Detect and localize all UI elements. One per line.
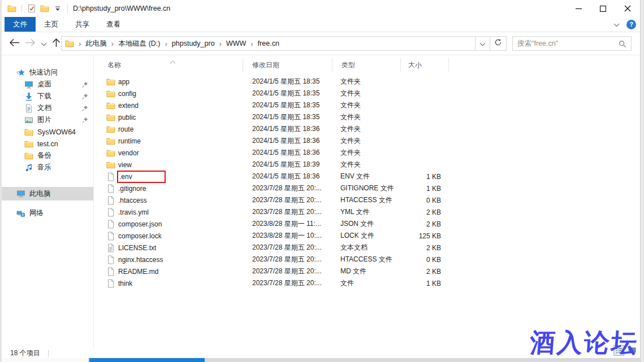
file-row[interactable]: runtime2024/1/5 星期五 18:36文件夹 — [94, 135, 640, 147]
file-type: 文件夹 — [332, 160, 401, 169]
file-row[interactable]: view2024/1/5 星期五 18:39文件夹 — [94, 159, 640, 171]
expand-ribbon-chevron-icon[interactable] — [613, 19, 620, 29]
file-row[interactable]: .env2024/1/5 星期五 18:36ENV 文件1 KB — [94, 171, 640, 182]
file-name-cell: LICENSE.txt — [94, 243, 243, 252]
search-icon[interactable] — [619, 40, 626, 50]
watermark: 酒入论坛 — [529, 326, 639, 360]
tab-view[interactable]: 查看 — [98, 17, 129, 32]
address-bar[interactable]: ›此电脑›本地磁盘 (D:)›phpstudy_pro›WWW›free.cn — [61, 36, 476, 51]
file-name: app — [118, 78, 129, 86]
file-name-cell: README.md — [94, 267, 243, 276]
breadcrumb-chevron-icon[interactable]: › — [107, 40, 118, 48]
file-row[interactable]: route2024/1/5 星期五 18:36文件夹 — [94, 123, 640, 135]
breadcrumb-item-5[interactable]: free.cn — [258, 40, 279, 47]
column-header-type[interactable]: 类型 — [332, 58, 401, 72]
column-headers: 名称修改日期类型大小 — [94, 58, 640, 72]
file-row[interactable]: app2024/1/5 星期五 18:35文件夹 — [94, 76, 640, 88]
maximize-button[interactable] — [591, 0, 615, 17]
file-row[interactable]: nginx.htaccess2023/7/28 星期五 20:...HTACCE… — [94, 254, 640, 265]
sidebar-item-network[interactable]: 网络 — [0, 207, 93, 219]
properties-check-icon[interactable] — [27, 4, 36, 13]
file-date: 2024/1/5 星期五 18:35 — [243, 112, 332, 122]
file-size: 2 KB — [401, 244, 449, 252]
file-row[interactable]: .htaccess2023/7/28 星期五 20:...HTACCESS 文件… — [94, 194, 640, 206]
tab-home[interactable]: 主页 — [36, 17, 67, 32]
recent-locations-chevron-icon[interactable] — [41, 38, 47, 49]
sidebar-item-documents[interactable]: 文档 — [0, 102, 93, 114]
column-header-label: 名称 — [107, 60, 121, 70]
breadcrumb-item-2[interactable]: 本地磁盘 (D:) — [118, 39, 160, 49]
column-header-date[interactable]: 修改日期 — [243, 58, 332, 72]
sidebar-item-downloads[interactable]: 下载 — [0, 90, 93, 102]
close-button[interactable] — [615, 0, 639, 17]
folder-icon — [106, 89, 115, 98]
star-icon — [16, 68, 25, 77]
file-date: 2024/1/5 星期五 18:36 — [243, 136, 332, 146]
file-row[interactable]: composer.lock2023/8/28 星期一 10:...LOCK 文件… — [94, 230, 640, 242]
file-name: .htaccess — [118, 197, 147, 204]
file-size: 1 KB — [401, 173, 449, 181]
file-row[interactable]: composer.json2023/8/28 星期一 11:...JSON 文件… — [94, 218, 640, 230]
sidebar-item-label: 下载 — [37, 91, 51, 101]
breadcrumb-chevron-icon[interactable]: › — [215, 40, 226, 48]
sidebar-item-music[interactable]: 音乐 — [0, 162, 93, 173]
new-folder-icon[interactable] — [40, 4, 49, 13]
back-icon[interactable] — [9, 38, 20, 49]
taskbar-active-segment — [90, 358, 205, 362]
sidebar-item-pictures[interactable]: 图片 — [0, 114, 93, 126]
minimize-button[interactable] — [567, 0, 591, 17]
sidebar-item-quick-access[interactable]: 快速访问 — [0, 67, 93, 78]
sidebar-item-label: 图片 — [37, 115, 51, 125]
sidebar-item-desktop[interactable]: 桌面 — [0, 78, 93, 90]
breadcrumb-chevron-icon[interactable]: › — [161, 40, 172, 48]
tab-file[interactable]: 文件 — [5, 17, 36, 32]
column-header-size[interactable]: 大小 — [401, 58, 449, 72]
tab-share[interactable]: 共享 — [67, 17, 98, 32]
sidebar-item-this-pc[interactable]: 此电脑 — [0, 187, 93, 200]
column-header-name[interactable]: 名称 — [94, 58, 243, 72]
window-folder-icon[interactable] — [7, 4, 16, 13]
file-date: 2023/7/28 星期五 20:... — [243, 243, 332, 252]
status-divider — [48, 350, 49, 357]
search-input[interactable] — [513, 37, 631, 50]
sidebar-item-syswow64[interactable]: SysWOW64 — [0, 126, 93, 138]
file-row[interactable]: .gitignore2023/7/28 星期五 20:...GITIGNORE … — [94, 182, 640, 194]
file-list: app2024/1/5 星期五 18:35文件夹config2024/1/5 星… — [94, 76, 640, 289]
breadcrumb-chevron-icon[interactable]: › — [74, 40, 85, 48]
address-dropdown-button[interactable] — [476, 36, 490, 51]
breadcrumb-item-1[interactable]: 此电脑 — [85, 39, 107, 49]
sidebar-item-backup[interactable]: 备份 — [0, 150, 93, 162]
help-icon[interactable]: ? — [626, 20, 636, 29]
ribbon-tabs: 文件主页共享查看 — [0, 17, 129, 32]
download-icon — [24, 92, 33, 101]
file-size: 1 KB — [401, 185, 449, 193]
breadcrumb-item-3[interactable]: phpstudy_pro — [172, 40, 215, 47]
file-row[interactable]: think2023/7/28 星期五 20:...文件1 KB — [94, 277, 640, 289]
file-name: think — [118, 280, 132, 287]
file-row[interactable]: README.md2023/7/28 星期五 20:...MD 文件2 KB — [94, 265, 640, 277]
file-size: 2 KB — [401, 208, 449, 216]
pin-icon — [82, 105, 88, 111]
file-date: 2024/1/5 星期五 18:39 — [243, 160, 332, 169]
file-row[interactable]: config2024/1/5 星期五 18:35文件夹 — [94, 88, 640, 99]
breadcrumb-chevron-icon[interactable]: › — [246, 40, 257, 48]
file-name-cell: .env — [94, 172, 243, 182]
file-row[interactable]: public2024/1/5 星期五 18:35文件夹 — [94, 111, 640, 123]
text-file-icon — [106, 243, 115, 252]
file-date: 2024/1/5 星期五 18:35 — [243, 101, 332, 110]
qat-dropdown-icon[interactable] — [53, 4, 62, 13]
refresh-button[interactable] — [490, 36, 507, 51]
folder-icon — [106, 149, 115, 158]
file-row[interactable]: .travis.yml2023/7/28 星期五 20:...YML 文件2 K… — [94, 206, 640, 218]
sidebar-item-test-cn[interactable]: test.cn — [0, 138, 93, 150]
file-type: ENV 文件 — [332, 172, 401, 181]
file-row[interactable]: vendor2024/1/5 星期五 18:36文件夹 — [94, 147, 640, 159]
file-row[interactable]: extend2024/1/5 星期五 18:35文件夹 — [94, 99, 640, 111]
up-icon[interactable] — [52, 38, 60, 50]
file-type: 文件夹 — [332, 136, 401, 146]
breadcrumb-item-4[interactable]: WWW — [226, 40, 246, 47]
file-icon — [106, 267, 115, 276]
file-row[interactable]: LICENSE.txt2023/7/28 星期五 20:...文本文档2 KB — [94, 242, 640, 254]
file-name: .travis.yml — [118, 208, 149, 216]
forward-icon[interactable] — [25, 38, 36, 49]
